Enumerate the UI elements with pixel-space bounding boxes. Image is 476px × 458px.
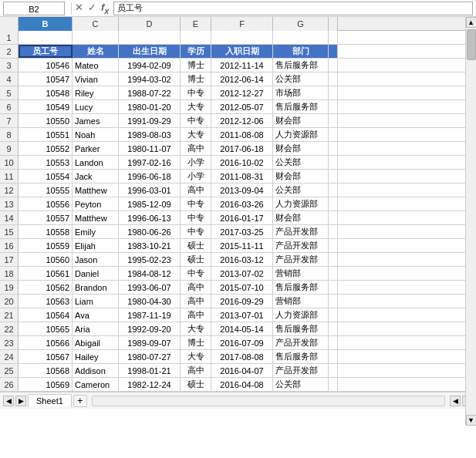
cell[interactable] (329, 225, 338, 238)
cell[interactable]: 1984-08-12 (119, 267, 181, 280)
cell[interactable]: 姓名 (73, 45, 119, 58)
cell[interactable]: 1994-02-09 (119, 59, 181, 72)
cell[interactable]: 2017-08-08 (211, 350, 273, 363)
cell[interactable]: 2012-06-14 (211, 72, 273, 86)
cell[interactable]: Abigail (73, 336, 119, 349)
cell[interactable]: 10564 (19, 308, 73, 322)
cell[interactable] (329, 281, 338, 294)
add-sheet-button[interactable]: + (73, 395, 87, 407)
cell[interactable] (329, 45, 338, 58)
cell[interactable]: 2013-07-01 (211, 308, 273, 322)
cell[interactable]: 公关部 (273, 156, 329, 169)
cell[interactable]: 公关部 (273, 72, 329, 86)
cell[interactable]: Noah (73, 128, 119, 141)
cell[interactable]: 小学 (181, 156, 211, 169)
cell[interactable]: 博士 (181, 336, 211, 349)
cell[interactable]: 硕士 (181, 253, 211, 266)
col-header-c[interactable]: C (73, 17, 119, 31)
cell[interactable]: 高中 (181, 308, 211, 322)
cell[interactable] (329, 267, 338, 280)
cell[interactable]: 产品开发部 (273, 253, 329, 266)
cell[interactable]: 2017-03-25 (211, 225, 273, 238)
cell[interactable]: Matthew (73, 211, 119, 224)
cell[interactable]: 10568 (19, 364, 73, 377)
cell[interactable]: 10562 (19, 281, 73, 294)
cell[interactable]: 产品开发部 (273, 364, 329, 377)
cell[interactable]: 1994-03-02 (119, 72, 181, 86)
cell[interactable]: 中专 (181, 267, 211, 280)
cell[interactable]: 高中 (181, 295, 211, 308)
cell[interactable]: Jason (73, 253, 119, 266)
cell[interactable]: 10552 (19, 142, 73, 155)
cell[interactable]: 1989-09-07 (119, 336, 181, 349)
cell[interactable]: 高中 (181, 184, 211, 197)
cell[interactable]: 2012-12-06 (211, 114, 273, 127)
cell[interactable]: 2015-07-10 (211, 281, 273, 294)
cell[interactable] (329, 378, 338, 391)
formula-input[interactable] (113, 2, 473, 15)
cell[interactable]: Daniel (73, 267, 119, 280)
cell[interactable]: 市场部 (273, 86, 329, 99)
cell[interactable]: 中专 (181, 225, 211, 238)
cell[interactable]: 10558 (19, 225, 73, 238)
cell[interactable]: 人力资源部 (273, 197, 329, 210)
scroll-up-button[interactable]: ▲ (466, 17, 477, 28)
col-header-g[interactable]: G (273, 17, 329, 31)
cell[interactable]: 10550 (19, 114, 73, 127)
cell[interactable]: 1995-02-23 (119, 253, 181, 266)
cell[interactable] (329, 156, 338, 169)
cell[interactable]: James (73, 114, 119, 127)
cell[interactable]: Aria (73, 322, 119, 335)
horizontal-scrollbar[interactable] (92, 396, 445, 406)
cell[interactable]: 1989-08-03 (119, 128, 181, 141)
cell[interactable]: Mateo (73, 59, 119, 72)
cell[interactable]: 财会部 (273, 114, 329, 127)
cell[interactable]: 10553 (19, 156, 73, 169)
cell[interactable] (329, 114, 338, 127)
cell[interactable]: 营销部 (273, 267, 329, 280)
cell[interactable]: 产品开发部 (273, 239, 329, 252)
cell[interactable]: 1980-04-30 (119, 295, 181, 308)
cell[interactable]: 2011-08-31 (211, 170, 273, 183)
cell[interactable]: 2014-05-14 (211, 322, 273, 335)
cell[interactable]: 10548 (19, 86, 73, 99)
cell[interactable]: 1988-07-22 (119, 86, 181, 99)
cell[interactable]: 1985-12-09 (119, 197, 181, 210)
cell[interactable] (73, 31, 119, 44)
cell[interactable]: 大专 (181, 322, 211, 335)
cell[interactable] (119, 31, 181, 44)
h-scroll-left[interactable]: ◀ (450, 396, 461, 406)
cell[interactable]: 1997-02-16 (119, 156, 181, 169)
cell[interactable]: 2016-04-07 (211, 364, 273, 377)
scroll-thumb[interactable] (467, 29, 476, 60)
cell[interactable] (329, 350, 338, 363)
scroll-track[interactable] (466, 28, 476, 415)
cell[interactable]: 1993-06-07 (119, 281, 181, 294)
cell[interactable]: Parker (73, 142, 119, 155)
cell[interactable]: 公关部 (273, 184, 329, 197)
cell[interactable] (329, 86, 338, 99)
cell[interactable]: 产品开发部 (273, 225, 329, 238)
cell[interactable]: Liam (73, 295, 119, 308)
cell[interactable]: 售后服务部 (273, 350, 329, 363)
cell[interactable]: Emily (73, 225, 119, 238)
cell[interactable]: 2016-10-02 (211, 156, 273, 169)
sheet-scroll-right[interactable]: ▶ (15, 396, 26, 406)
cell[interactable]: 1987-11-19 (119, 308, 181, 322)
cell[interactable]: 10546 (19, 59, 73, 72)
cell[interactable]: 10556 (19, 197, 73, 210)
cell[interactable]: 大专 (181, 350, 211, 363)
cell[interactable]: 2012-12-27 (211, 86, 273, 99)
col-header-d[interactable]: D (119, 17, 181, 31)
cell[interactable]: 财会部 (273, 211, 329, 224)
cell[interactable]: Brandon (73, 281, 119, 294)
cell[interactable]: 售后服务部 (273, 322, 329, 335)
cell[interactable]: 产品开发部 (273, 336, 329, 349)
cell[interactable] (329, 211, 338, 224)
col-header-b[interactable]: B (19, 17, 73, 31)
cell[interactable] (329, 364, 338, 377)
cell[interactable] (329, 197, 338, 210)
cell[interactable]: Landon (73, 156, 119, 169)
cell[interactable]: 1980-01-20 (119, 100, 181, 113)
cell[interactable]: 售后服务部 (273, 281, 329, 294)
